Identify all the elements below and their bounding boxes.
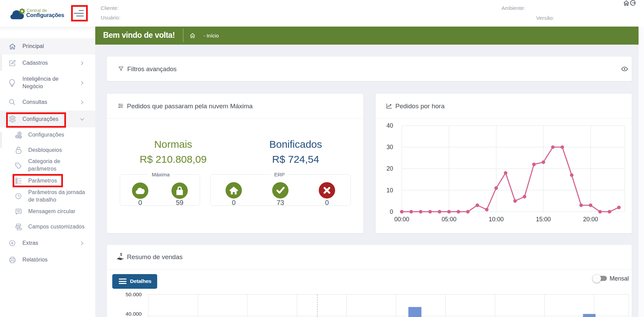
svg-text:40.000: 40.000 <box>126 311 142 317</box>
svg-text:05:00: 05:00 <box>442 216 457 223</box>
svg-text:50.000: 50.000 <box>126 291 142 297</box>
svg-text:00:00: 00:00 <box>394 216 409 223</box>
svg-text:20:00: 20:00 <box>583 216 598 223</box>
svg-text:40: 40 <box>386 122 393 129</box>
svg-text:15:00: 15:00 <box>536 216 551 223</box>
svg-text:$: $ <box>120 253 122 256</box>
svg-text:30: 30 <box>386 144 393 150</box>
svg-text:10:00: 10:00 <box>489 216 504 223</box>
svg-text:10: 10 <box>386 187 393 194</box>
svg-text:0: 0 <box>390 208 393 215</box>
svg-text:20: 20 <box>386 165 393 172</box>
